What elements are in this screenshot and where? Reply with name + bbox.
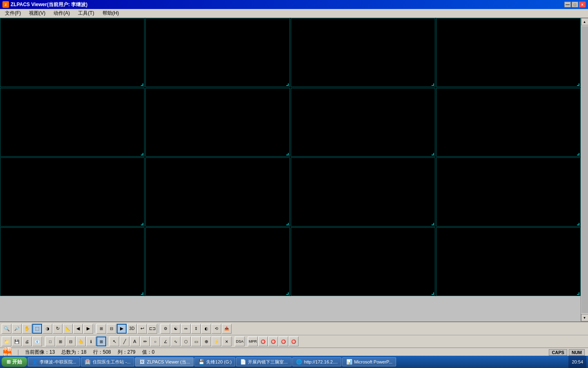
tool-single[interactable]: □ (45, 337, 55, 346)
sep1 (94, 325, 95, 333)
taskbar-item-3[interactable]: 🖼 ZLPACS Viewer (当... (135, 357, 194, 366)
scroll-thumb[interactable] (581, 26, 588, 313)
scan-cell-15[interactable] (291, 227, 435, 296)
status-logo: 中联软件 (3, 348, 11, 357)
tool-2x2[interactable]: ⊞ (56, 337, 65, 346)
maximize-button[interactable]: □ (572, 2, 578, 7)
tool-dsa[interactable]: DSA (235, 337, 245, 346)
tool-negative[interactable]: ◐ (201, 324, 211, 334)
tool-organ1[interactable]: ⭕ (258, 337, 268, 346)
tool-open[interactable]: 📁 (2, 337, 11, 346)
title-bar-controls[interactable]: — □ × (564, 2, 586, 7)
tool-reset[interactable]: ⟲ (212, 324, 221, 334)
scan-cell-4[interactable] (436, 18, 581, 87)
scrollbar[interactable]: ▲ ▼ (581, 18, 588, 321)
tool-delete[interactable]: ✕ (222, 337, 232, 346)
tool-crosshair[interactable]: ⊕ (201, 337, 211, 346)
taskbar-item-2[interactable]: 🏥 住院医生工作站 -... (81, 357, 134, 366)
taskbar-item-6[interactable]: 🌐 http://172.16.2.... (292, 357, 342, 366)
taskbar-item-5[interactable]: 📄 开展内镜下三脑室... (236, 357, 291, 366)
menu-file[interactable]: 文件(F) (2, 9, 24, 18)
scan-cell-1[interactable] (0, 18, 145, 87)
tool-save[interactable]: 💾 (12, 337, 22, 346)
tool-prev[interactable]: ◀ (73, 324, 83, 334)
scan-cell-2[interactable] (145, 18, 290, 87)
tool-flip-h[interactable]: ⇔ (181, 324, 191, 334)
tool-zoom-in[interactable]: 🔍 (2, 324, 11, 334)
tool-angle[interactable]: ∠ (160, 337, 170, 346)
tool-pencil[interactable]: ✏ (140, 337, 150, 346)
tool-organ3[interactable]: ⭕ (278, 337, 288, 346)
scan-cell-3[interactable] (291, 18, 435, 87)
scan-cell-14[interactable] (145, 227, 290, 296)
menu-tools[interactable]: 工具(T) (75, 9, 97, 18)
scroll-down-button[interactable]: ▼ (581, 314, 588, 321)
scan-cell-7[interactable] (291, 88, 435, 157)
tool-active-layout[interactable]: ⊞ (96, 337, 106, 346)
scan-cell-6[interactable] (145, 88, 290, 157)
minimize-button[interactable]: — (564, 2, 571, 7)
title-bar-left: Z ZLPACS Viewer(当前用户: 李继波) (2, 1, 87, 8)
tool-mpr[interactable]: MPR (248, 337, 258, 346)
tool-export[interactable]: 📤 (222, 324, 232, 334)
tool-multiplanar[interactable]: ⊟ (66, 337, 76, 346)
start-button[interactable]: ⊞ 开始 (2, 357, 27, 367)
taskbar-item-1[interactable]: 👤 李继波-中联医院... (28, 357, 80, 366)
tool-contrast[interactable]: ☯ (171, 324, 180, 334)
taskbar-icon-6: 🌐 (296, 359, 303, 365)
tool-curve[interactable]: ∿ (171, 337, 180, 346)
tool-next[interactable]: ▶ (83, 324, 93, 334)
tool-text[interactable]: A (130, 337, 140, 346)
tool-cine[interactable]: ▶ (117, 324, 127, 334)
tool-layout[interactable]: ⊟ (107, 324, 116, 334)
tool-rotate[interactable]: ↻ (53, 324, 62, 334)
scan-cell-8[interactable] (436, 88, 581, 157)
tool-hand[interactable]: 👆 (76, 337, 86, 346)
scan-cell-13[interactable] (0, 227, 145, 296)
tool-compare[interactable]: ⊏⊐ (147, 324, 157, 334)
tool-select[interactable]: ⬚ (32, 324, 42, 334)
tool-line[interactable]: ╱ (120, 337, 129, 346)
scan-cell-5[interactable] (0, 88, 145, 157)
scroll-up-button[interactable]: ▲ (581, 18, 588, 25)
sep3 (43, 337, 44, 346)
title-bar: Z ZLPACS Viewer(当前用户: 李继波) — □ × (0, 0, 588, 9)
scan-cell-11[interactable] (291, 157, 435, 227)
menu-view[interactable]: 视图(V) (26, 9, 49, 18)
close-button[interactable]: × (579, 2, 586, 7)
sep4 (107, 337, 108, 346)
tool-organ4[interactable]: ⭕ (289, 337, 298, 346)
image-grid (0, 18, 581, 296)
tool-settings[interactable]: ⚙ (160, 324, 170, 334)
scan-cell-12[interactable] (436, 157, 581, 227)
taskbar-item-4[interactable]: 💾 先锋120 (G:) (194, 357, 235, 366)
tool-undo[interactable]: ↩ (137, 324, 147, 334)
tool-ellipse[interactable]: ○ (150, 337, 160, 346)
tool-send[interactable]: 📧 (32, 337, 42, 346)
taskbar-item-7[interactable]: 📊 Microsoft PowerP... (342, 357, 396, 366)
menu-bar: 文件(F) 视图(V) 动作(A) 工具(T) 帮助(H) (0, 9, 588, 18)
start-label: 开始 (12, 359, 22, 366)
tool-window-level[interactable]: ◑ (42, 324, 52, 334)
scan-cell-16[interactable] (436, 227, 581, 296)
tool-flip-v[interactable]: ⇕ (191, 324, 201, 334)
scan-cell-9[interactable] (0, 157, 145, 227)
tool-spine[interactable]: ⚡ (212, 337, 221, 346)
menu-help[interactable]: 帮助(H) (99, 9, 122, 18)
tool-pan[interactable]: ✋ (22, 324, 32, 334)
menu-action[interactable]: 动作(A) (50, 9, 73, 18)
tool-print[interactable]: 🖨 (22, 337, 32, 346)
tool-organ2[interactable]: ⭕ (268, 337, 278, 346)
tool-polygon[interactable]: ⬡ (181, 337, 191, 346)
brain-scan-8 (437, 88, 580, 157)
status-current-image: 当前图像：13 (25, 349, 55, 356)
tool-zoom-out[interactable]: 🔎 (12, 324, 22, 334)
tool-grid[interactable]: ⊞ (96, 324, 106, 334)
tool-arrow[interactable]: ↖ (109, 337, 119, 346)
tool-3d[interactable]: 3D (127, 324, 137, 334)
brain-scan-4 (437, 18, 580, 87)
scan-cell-10[interactable] (145, 157, 290, 227)
tool-info[interactable]: ℹ (86, 337, 96, 346)
tool-rect[interactable]: ▭ (191, 337, 201, 346)
tool-measure[interactable]: 📐 (63, 324, 73, 334)
